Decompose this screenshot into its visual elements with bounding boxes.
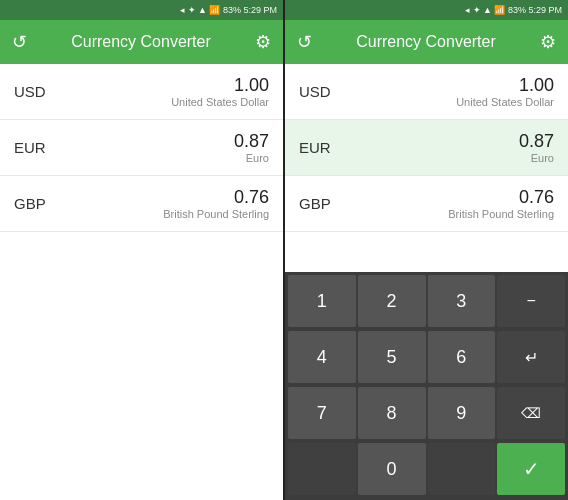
- keyboard-row-2: 4 5 6 ↵: [287, 330, 566, 384]
- currency-row-gbp-right[interactable]: GBP 0.76 British Pound Sterling: [285, 176, 568, 232]
- currency-row-usd-left[interactable]: USD 1.00 United States Dollar: [0, 64, 283, 120]
- status-icons-right: ◂ ✦ ▲ 📶 83% 5:29 PM: [465, 5, 562, 15]
- currency-value-gbp-right: 0.76: [448, 187, 554, 208]
- status-bar-right: ◂ ✦ ▲ 📶 83% 5:29 PM: [285, 0, 568, 20]
- currency-right-usd-left: 1.00 United States Dollar: [171, 75, 269, 108]
- currency-name-usd-left: United States Dollar: [171, 96, 269, 108]
- key-3[interactable]: 3: [428, 275, 496, 327]
- key-9[interactable]: 9: [428, 387, 496, 439]
- currency-right-eur-right: 0.87 Euro: [519, 131, 554, 164]
- key-empty-right: [428, 443, 496, 495]
- key-empty-left: [288, 443, 356, 495]
- left-panel: ◂ ✦ ▲ 📶 83% 5:29 PM ↺ Currency Converter…: [0, 0, 283, 500]
- currency-right-gbp-right: 0.76 British Pound Sterling: [448, 187, 554, 220]
- currency-name-gbp-right: British Pound Sterling: [448, 208, 554, 220]
- currency-name-gbp-left: British Pound Sterling: [163, 208, 269, 220]
- key-8[interactable]: 8: [358, 387, 426, 439]
- key-confirm[interactable]: ✓: [497, 443, 565, 495]
- currency-code-usd-right: USD: [299, 83, 347, 100]
- key-backspace[interactable]: ⌫: [497, 387, 565, 439]
- keyboard-row-3: 7 8 9 ⌫: [287, 386, 566, 440]
- currency-value-usd-right: 1.00: [456, 75, 554, 96]
- refresh-icon-right[interactable]: ↺: [297, 31, 312, 53]
- key-0[interactable]: 0: [358, 443, 426, 495]
- keyboard-row-4: 0 ✓: [287, 442, 566, 496]
- currency-name-eur-right: Euro: [519, 152, 554, 164]
- currency-right-usd-right: 1.00 United States Dollar: [456, 75, 554, 108]
- currency-right-eur-left: 0.87 Euro: [234, 131, 269, 164]
- app-title-left: Currency Converter: [27, 33, 255, 51]
- key-enter[interactable]: ↵: [497, 331, 565, 383]
- key-1[interactable]: 1: [288, 275, 356, 327]
- key-minus[interactable]: −: [497, 275, 565, 327]
- app-title-right: Currency Converter: [312, 33, 540, 51]
- currency-value-eur-right: 0.87: [519, 131, 554, 152]
- key-7[interactable]: 7: [288, 387, 356, 439]
- app-bar-left: ↺ Currency Converter ⚙: [0, 20, 283, 64]
- currency-code-gbp-left: GBP: [14, 195, 62, 212]
- refresh-icon-left[interactable]: ↺: [12, 31, 27, 53]
- app-bar-right: ↺ Currency Converter ⚙: [285, 20, 568, 64]
- currency-value-gbp-left: 0.76: [163, 187, 269, 208]
- currency-list-right: USD 1.00 United States Dollar EUR 0.87 E…: [285, 64, 568, 272]
- currency-name-eur-left: Euro: [234, 152, 269, 164]
- numeric-keyboard: 1 2 3 − 4 5 6 ↵ 7 8 9 ⌫ 0 ✓: [285, 272, 568, 500]
- currency-row-gbp-left[interactable]: GBP 0.76 British Pound Sterling: [0, 176, 283, 232]
- key-6[interactable]: 6: [428, 331, 496, 383]
- settings-icon-right[interactable]: ⚙: [540, 31, 556, 53]
- currency-code-usd-left: USD: [14, 83, 62, 100]
- currency-row-eur-right[interactable]: EUR 0.87 Euro: [285, 120, 568, 176]
- currency-name-usd-right: United States Dollar: [456, 96, 554, 108]
- currency-code-eur-right: EUR: [299, 139, 347, 156]
- currency-right-gbp-left: 0.76 British Pound Sterling: [163, 187, 269, 220]
- currency-code-eur-left: EUR: [14, 139, 62, 156]
- currency-value-usd-left: 1.00: [171, 75, 269, 96]
- key-4[interactable]: 4: [288, 331, 356, 383]
- status-icons-left: ◂ ✦ ▲ 📶 83% 5:29 PM: [180, 5, 277, 15]
- currency-list-left: USD 1.00 United States Dollar EUR 0.87 E…: [0, 64, 283, 500]
- key-2[interactable]: 2: [358, 275, 426, 327]
- right-panel: ◂ ✦ ▲ 📶 83% 5:29 PM ↺ Currency Converter…: [285, 0, 568, 500]
- currency-code-gbp-right: GBP: [299, 195, 347, 212]
- key-5[interactable]: 5: [358, 331, 426, 383]
- keyboard-row-1: 1 2 3 −: [287, 274, 566, 328]
- settings-icon-left[interactable]: ⚙: [255, 31, 271, 53]
- currency-row-usd-right[interactable]: USD 1.00 United States Dollar: [285, 64, 568, 120]
- currency-row-eur-left[interactable]: EUR 0.87 Euro: [0, 120, 283, 176]
- status-bar-left: ◂ ✦ ▲ 📶 83% 5:29 PM: [0, 0, 283, 20]
- currency-value-eur-left: 0.87: [234, 131, 269, 152]
